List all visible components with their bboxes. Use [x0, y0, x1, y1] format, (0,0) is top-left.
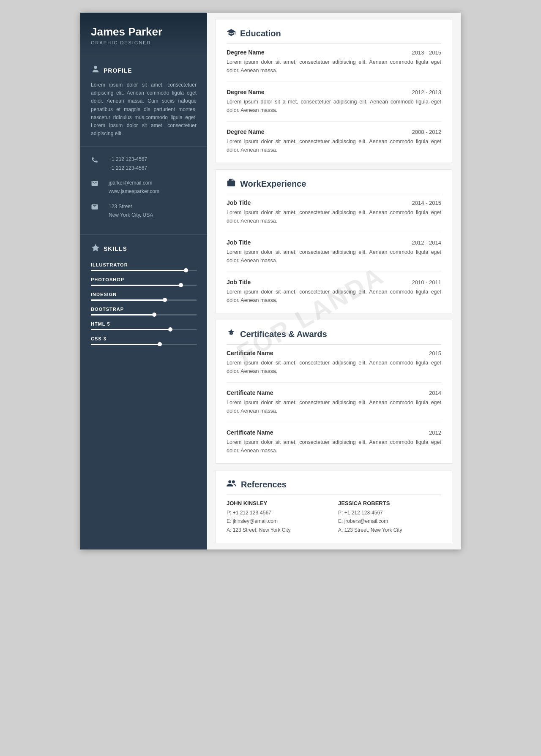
entry: Degree Name 2008 - 2012 Lorem ipsum dolo… [227, 128, 441, 154]
entry: Job Title 2010 - 2011 Lorem ipsum dolor … [227, 279, 441, 305]
skill-name: INDESIGN [91, 292, 197, 297]
sidebar: James Parker GRAPHIC DESIGNER PROFILE Lo… [80, 13, 207, 549]
address-icon [91, 203, 104, 212]
entry-desc: Lorem ipsum dolor sit amet, consectetuer… [227, 288, 441, 305]
skill-name: PHOTOSHOP [91, 277, 197, 282]
sidebar-header: James Parker GRAPHIC DESIGNER [80, 13, 207, 56]
email-icon [91, 179, 104, 189]
work-heading: WorkExperience [240, 179, 306, 189]
candidate-name: James Parker [91, 25, 197, 38]
skills-heading: SKILLS [104, 245, 127, 252]
profile-icon [91, 65, 104, 76]
entry-desc: Lorem ipsum dolor sit a met, consectetue… [227, 98, 441, 114]
svg-point-4 [232, 480, 235, 483]
svg-rect-1 [227, 181, 235, 182]
entry-date: 2008 - 2012 [412, 129, 441, 135]
education-section: Education Degree Name 2013 - 2015 Lorem … [216, 19, 452, 163]
entry-date: 2014 - 2015 [412, 200, 441, 206]
certificates-heading: Certificates & Awards [240, 329, 327, 339]
skills-section: SKILLS ILLUSTRATOR PHOTOSHOP INDESIGN BO… [80, 235, 207, 364]
reference-item: JOHN KINSLEY P: +1 212 123-4567E: jkinsl… [227, 500, 330, 534]
address-text: 123 Street New York City, USA [109, 202, 153, 220]
entry: Degree Name 2013 - 2015 Lorem ipsum dolo… [227, 49, 441, 82]
profile-heading: PROFILE [104, 67, 132, 74]
entry-date: 2012 - 2013 [412, 89, 441, 95]
skill-bar [91, 285, 197, 286]
entry-date: 2014 [429, 390, 441, 396]
svg-point-3 [228, 480, 231, 483]
skill-name: ILLUSTRATOR [91, 262, 197, 267]
ref-info: P: +1 212 123-4567E: jrobers@email.comA:… [338, 509, 441, 534]
education-heading: Education [240, 29, 281, 38]
phone-icon [91, 156, 104, 165]
entry: Certificate Name 2014 Lorem ipsum dolor … [227, 389, 441, 422]
entry-title: Certificate Name [227, 429, 273, 436]
entry-desc: Lorem ipsum dolor sit amet, consectetuer… [227, 208, 441, 225]
references-heading: References [241, 480, 287, 489]
ref-name: JOHN KINSLEY [227, 500, 330, 506]
references-grid: JOHN KINSLEY P: +1 212 123-4567E: jkinsl… [227, 500, 441, 534]
skill-item: CSS 3 [91, 336, 197, 345]
work-icon [227, 178, 236, 190]
skill-item: ILLUSTRATOR [91, 262, 197, 271]
skill-item: PHOTOSHOP [91, 277, 197, 286]
entry-date: 2013 - 2015 [412, 49, 441, 56]
profile-section: PROFILE Lorem ipsum dolor sit amet, cons… [80, 56, 207, 147]
entry: Certificate Name 2015 Lorem ipsum dolor … [227, 350, 441, 383]
contact-section: +1 212 123-4567 +1 212 123-4567 jparker@… [80, 147, 207, 234]
contact-phone: +1 212 123-4567 +1 212 123-4567 [91, 155, 197, 172]
entry-desc: Lorem ipsum dolor sit amet, consectetuer… [227, 359, 441, 375]
entry-title: Degree Name [227, 49, 265, 56]
entry-desc: Lorem ipsum dolor sit amet, consectetuer… [227, 58, 441, 75]
entry: Job Title 2014 - 2015 Lorem ipsum dolor … [227, 199, 441, 232]
main-content: Education Degree Name 2013 - 2015 Lorem … [207, 13, 461, 549]
skill-item: HTML 5 [91, 321, 197, 330]
entry-title: Job Title [227, 199, 251, 206]
contact-email: jparker@email.com www.jamesparker.com [91, 179, 197, 196]
reference-item: JESSICA ROBERTS P: +1 212 123-4567E: jro… [338, 500, 441, 534]
references-icon [227, 479, 237, 490]
certificates-icon [227, 329, 236, 340]
skill-bar [91, 270, 197, 271]
skill-bar [91, 299, 197, 301]
skill-name: CSS 3 [91, 336, 197, 341]
certificates-section: Certificates & Awards Certificate Name 2… [216, 320, 452, 464]
entry-date: 2015 [429, 350, 441, 356]
skills-list: ILLUSTRATOR PHOTOSHOP INDESIGN BOOTSTRAP… [91, 262, 197, 345]
skill-item: INDESIGN [91, 292, 197, 301]
certificate-entries: Certificate Name 2015 Lorem ipsum dolor … [227, 350, 441, 455]
entry: Degree Name 2012 - 2013 Lorem ipsum dolo… [227, 89, 441, 122]
entry-desc: Lorem ipsum dolor sit amet, consectetuer… [227, 137, 441, 154]
entry-title: Certificate Name [227, 389, 273, 396]
skill-name: HTML 5 [91, 321, 197, 326]
work-experience-section: WorkExperience Job Title 2014 - 2015 Lor… [216, 169, 452, 313]
contact-address: 123 Street New York City, USA [91, 202, 197, 220]
entry-desc: Lorem ipsum dolor sit amet, consectetuer… [227, 248, 441, 265]
entry: Job Title 2012 - 2014 Lorem ipsum dolor … [227, 239, 441, 272]
skill-bar [91, 314, 197, 315]
entry-title: Degree Name [227, 89, 265, 95]
entry-title: Job Title [227, 239, 251, 246]
skill-bar [91, 329, 197, 330]
education-entries: Degree Name 2013 - 2015 Lorem ipsum dolo… [227, 49, 441, 154]
entry-title: Degree Name [227, 128, 265, 135]
work-entries: Job Title 2014 - 2015 Lorem ipsum dolor … [227, 199, 441, 305]
svg-point-0 [94, 66, 97, 69]
skill-bar [91, 344, 197, 345]
ref-name: JESSICA ROBERTS [338, 500, 441, 506]
skill-item: BOOTSTRAP [91, 307, 197, 315]
entry-desc: Lorem ipsum dolor sit amet, consectetuer… [227, 398, 441, 415]
ref-info: P: +1 212 123-4567E: jkinsley@email.comA… [227, 509, 330, 534]
entry-title: Job Title [227, 279, 251, 286]
entry: Certificate Name 2012 Lorem ipsum dolor … [227, 429, 441, 455]
references-section: References JOHN KINSLEY P: +1 212 123-45… [216, 470, 452, 543]
phone-text: +1 212 123-4567 +1 212 123-4567 [109, 155, 147, 172]
entry-date: 2010 - 2011 [412, 279, 441, 286]
entry-date: 2012 - 2014 [412, 239, 441, 246]
email-text: jparker@email.com www.jamesparker.com [109, 179, 159, 196]
entry-desc: Lorem ipsum dolor sit amet, consectetuer… [227, 438, 441, 455]
skill-name: BOOTSTRAP [91, 307, 197, 312]
entry-title: Certificate Name [227, 350, 273, 356]
entry-date: 2012 [429, 430, 441, 436]
skills-icon [91, 243, 104, 255]
